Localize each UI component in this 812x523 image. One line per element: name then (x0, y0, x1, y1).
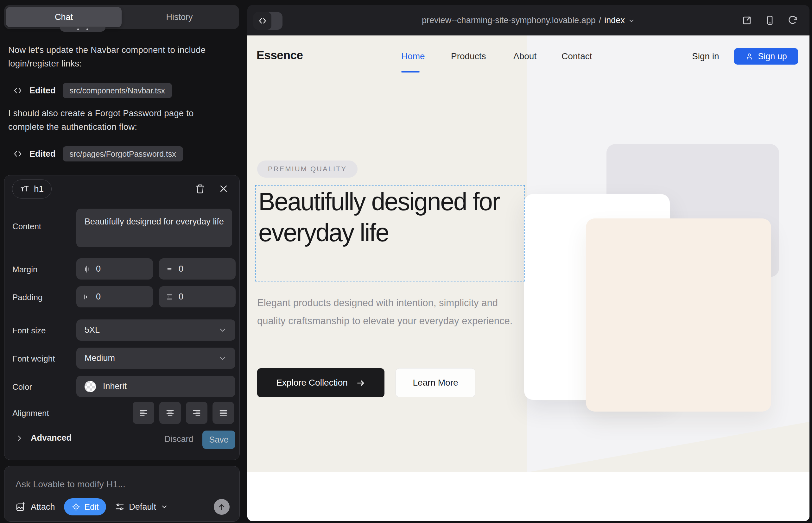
edited-label: Edited (30, 86, 56, 96)
refresh-icon[interactable] (787, 15, 798, 26)
open-external-icon[interactable] (742, 15, 753, 26)
code-icon (13, 86, 22, 95)
padding-x-input[interactable] (96, 292, 134, 302)
mobile-view-icon[interactable] (764, 15, 775, 26)
h1-selection-outline[interactable]: Beautifully designed for everyday life (255, 185, 525, 282)
color-label: Color (12, 382, 32, 392)
builder-sidebar: Chat History Now let's update the Navbar… (0, 0, 247, 523)
discard-button[interactable]: Discard (164, 434, 194, 444)
model-selector[interactable]: Default (115, 502, 168, 512)
preview-header-actions (742, 5, 798, 35)
margin-x-input[interactable] (96, 264, 134, 274)
delete-element-button[interactable] (194, 182, 207, 195)
padding-x-field[interactable] (76, 286, 153, 307)
site-logo[interactable]: Essence (257, 49, 303, 62)
margin-vertical-icon (165, 265, 174, 273)
file-path-badge[interactable]: src/components/Navbar.tsx (63, 83, 172, 98)
font-size-label: Font size (12, 326, 46, 336)
edited-file-row[interactable]: Edited src/components/Navbar.tsx (13, 83, 172, 98)
margin-label: Margin (12, 265, 37, 274)
rendered-site: Essence Home Products About Contact Sign… (247, 35, 810, 521)
hero-heading[interactable]: Beautifully designed for everyday life (259, 186, 518, 248)
sign-in-link[interactable]: Sign in (692, 51, 719, 61)
edited-label: Edited (30, 149, 56, 159)
advanced-toggle[interactable]: Advanced (16, 433, 72, 443)
save-button[interactable]: Save (202, 431, 235, 449)
attach-button[interactable]: Attach (16, 502, 55, 512)
content-label: Content (12, 222, 41, 231)
chevron-down-icon (218, 326, 227, 335)
chat-history-tabs: Chat History (4, 5, 239, 29)
margin-x-field[interactable] (76, 258, 153, 279)
padding-horizontal-icon (83, 293, 91, 301)
color-select[interactable]: Inherit (76, 376, 235, 397)
edit-mode-button[interactable]: Edit (64, 498, 106, 516)
color-value: Inherit (103, 381, 127, 391)
padding-y-field[interactable] (159, 286, 236, 307)
send-button[interactable] (214, 499, 230, 515)
premium-quality-badge: PREMIUM QUALITY (257, 161, 357, 178)
mode-label: Default (129, 502, 156, 512)
chat-message: I should also create a Forgot Password p… (8, 106, 232, 133)
chevron-down-icon (628, 17, 635, 24)
tag-label: h1 (34, 184, 44, 194)
chevron-down-icon (218, 354, 227, 363)
tab-chat[interactable]: Chat (6, 7, 122, 27)
tab-history[interactable]: History (122, 7, 237, 27)
nav-link-home[interactable]: Home (401, 51, 425, 61)
site-next-section (247, 472, 810, 521)
target-icon (72, 502, 81, 511)
padding-vertical-icon (165, 293, 174, 301)
hero-cta-group: Explore Collection Learn More (257, 368, 475, 397)
nav-link-contact[interactable]: Contact (562, 51, 592, 61)
alignment-label: Alignment (12, 409, 49, 418)
align-justify-button[interactable] (212, 402, 234, 424)
font-size-value: 5XL (85, 325, 100, 335)
color-swatch-icon (85, 381, 96, 392)
cta-primary-label: Explore Collection (276, 378, 348, 388)
arrow-right-icon (356, 378, 366, 388)
prompt-input[interactable] (16, 476, 225, 492)
attach-image-icon (16, 502, 26, 512)
hero-description: Elegant products designed with intention… (257, 294, 514, 330)
preview-url-bar[interactable]: preview--charming-site-symphony.lovable.… (247, 5, 810, 35)
file-path-badge[interactable]: src/pages/ForgotPassword.tsx (63, 146, 183, 161)
alignment-button-group (133, 402, 234, 424)
advanced-label: Advanced (31, 433, 72, 443)
align-left-button[interactable] (133, 402, 154, 424)
preview-url-host: preview--charming-site-symphony.lovable.… (422, 16, 596, 25)
margin-y-field[interactable] (159, 258, 236, 279)
site-navbar: Essence Home Products About Contact Sign… (247, 35, 810, 83)
prompt-box: Attach Edit Default (4, 466, 240, 522)
align-center-button[interactable] (159, 402, 181, 424)
attach-label: Attach (31, 502, 55, 512)
font-weight-select[interactable]: Medium (76, 348, 235, 369)
close-panel-button[interactable] (217, 182, 230, 195)
sign-up-button[interactable]: Sign up (734, 48, 798, 65)
editor-footer: Advanced Discard Save (4, 429, 240, 451)
content-input[interactable]: Beautifully designed for everyday life (76, 209, 232, 247)
edit-label: Edit (85, 502, 99, 512)
prompt-toolbar: Attach Edit Default (16, 498, 230, 516)
type-icon (20, 184, 30, 194)
active-link-underline (401, 71, 420, 72)
selected-element-tag[interactable]: h1 (12, 180, 52, 198)
nav-link-products[interactable]: Products (451, 51, 486, 61)
nav-link-about[interactable]: About (513, 51, 536, 61)
element-editor-panel: h1 Content Beautifully designed for ever… (4, 175, 240, 460)
preview-header: preview--charming-site-symphony.lovable.… (247, 5, 810, 35)
sign-up-label: Sign up (758, 52, 787, 61)
url-separator: / (599, 16, 601, 25)
font-size-select[interactable]: 5XL (76, 320, 235, 341)
chevron-down-icon (161, 503, 168, 511)
align-right-button[interactable] (186, 402, 208, 424)
padding-y-input[interactable] (179, 292, 217, 302)
explore-collection-button[interactable]: Explore Collection (257, 368, 385, 397)
code-icon (13, 149, 22, 159)
preview-url-page[interactable]: index (604, 16, 625, 25)
learn-more-button[interactable]: Learn More (395, 368, 475, 397)
preview-pane: preview--charming-site-symphony.lovable.… (247, 5, 810, 521)
margin-y-input[interactable] (179, 264, 217, 274)
clipped-chat-pill (60, 26, 105, 32)
edited-file-row[interactable]: Edited src/pages/ForgotPassword.tsx (13, 146, 183, 162)
